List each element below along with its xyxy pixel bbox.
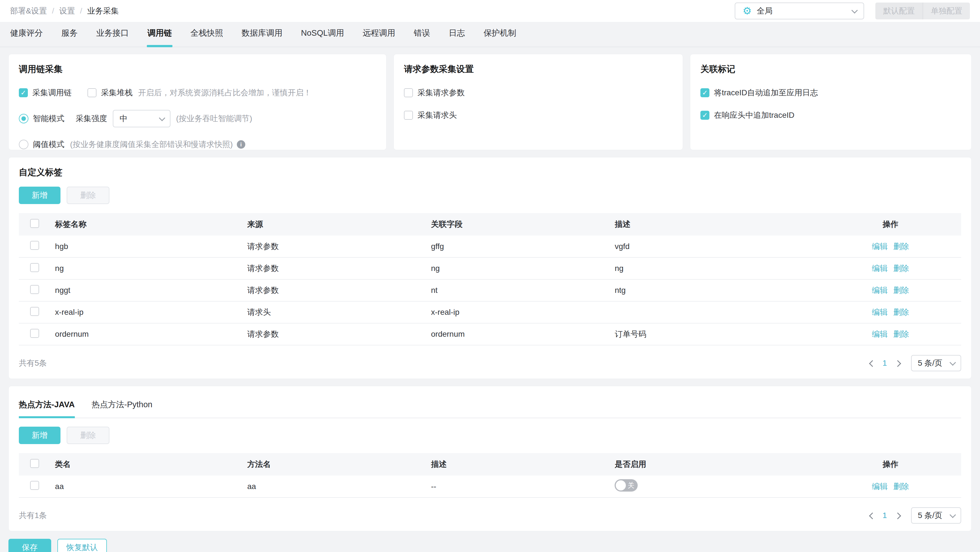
trace-in-header-label: 在响应头中追加traceID: [714, 110, 794, 121]
custom-tags-title: 自定义标签: [19, 167, 961, 178]
next-page-icon[interactable]: [895, 512, 901, 518]
tag-field-cell: ng: [429, 257, 612, 279]
strength-select[interactable]: 中: [113, 110, 170, 127]
collect-trace-label: 采集调用链: [32, 87, 72, 98]
edit-link[interactable]: 编辑: [872, 481, 888, 492]
row-checkbox[interactable]: [30, 307, 39, 316]
default-config-button[interactable]: 默认配置: [875, 3, 923, 19]
config-toggle-group: 默认配置 单独配置: [875, 3, 970, 19]
page-number[interactable]: 1: [882, 511, 887, 520]
collect-stack-hint: 开启后，对系统资源消耗占比会增加，谨慎开启！: [138, 87, 311, 98]
table-row[interactable]: aa aa -- 关 编辑 删除: [19, 476, 961, 498]
threshold-mode-hint: (按业务健康度阈值采集全部错误和慢请求快照): [70, 139, 233, 150]
tab-错误[interactable]: 错误: [414, 27, 430, 47]
smart-mode-radio[interactable]: [19, 114, 29, 124]
separate-config-button[interactable]: 单独配置: [923, 3, 970, 19]
collect-params-checkbox[interactable]: [404, 88, 413, 97]
tab-远程调用[interactable]: 远程调用: [363, 27, 395, 47]
delete-link[interactable]: 删除: [893, 285, 909, 296]
table-row[interactable]: hgb 请求参数 gffg vgfd 编辑 删除: [19, 236, 961, 257]
hot-methods-tab-热点方法-JAVA[interactable]: 热点方法-JAVA: [19, 395, 75, 418]
enable-toggle[interactable]: 关: [615, 479, 638, 492]
add-tag-button[interactable]: 新增: [19, 187, 60, 204]
smart-mode-row: 智能模式 采集强度 中 (按业务吞吐智能调节): [19, 110, 376, 127]
bottom-actions: 保存 恢复默认: [8, 538, 972, 552]
threshold-mode-radio[interactable]: [19, 140, 29, 149]
page-size-select[interactable]: 5 条/页: [911, 507, 961, 523]
tag-name-cell: ordernum: [53, 323, 245, 345]
hot-methods-table: 类名 方法名 描述 是否启用 操作 aa aa -- 关 编辑 删除: [19, 453, 961, 498]
table-row[interactable]: ordernum 请求参数 ordernum 订单号码 编辑 删除: [19, 323, 961, 345]
add-method-button[interactable]: 新增: [19, 427, 60, 444]
tag-name-cell: nggt: [53, 279, 245, 301]
tag-source-cell: 请求参数: [245, 236, 429, 257]
row-checkbox[interactable]: [30, 481, 39, 490]
edit-link[interactable]: 编辑: [872, 329, 888, 339]
table-header-row: 类名 方法名 描述 是否启用 操作: [19, 453, 961, 476]
scope-select[interactable]: ⚙ 全局: [735, 3, 864, 19]
delete-link[interactable]: 删除: [893, 241, 909, 252]
strength-select-value: 中: [119, 113, 127, 124]
chevron-down-icon: [851, 7, 858, 14]
row-checkbox[interactable]: [30, 329, 39, 338]
tag-desc-cell: ng: [612, 257, 820, 279]
delete-link[interactable]: 删除: [893, 307, 909, 317]
collect-trace-checkbox[interactable]: [19, 88, 28, 97]
table-header-row: 标签名称 来源 关联字段 描述 操作: [19, 213, 961, 236]
tag-source-cell: 请求参数: [245, 279, 429, 301]
hot-methods-tab-热点方法-Python[interactable]: 热点方法-Python: [92, 395, 153, 418]
tab-NoSQL调用[interactable]: NoSQL调用: [301, 27, 344, 47]
hot-methods-tab-bar: 热点方法-JAVA热点方法-Python: [19, 395, 961, 418]
tab-服务[interactable]: 服务: [61, 27, 78, 47]
table-row[interactable]: nggt 请求参数 nt ntg 编辑 删除: [19, 279, 961, 301]
tab-数据库调用[interactable]: 数据库调用: [242, 27, 282, 47]
breadcrumb-item[interactable]: 部署&设置: [10, 6, 47, 16]
page-size-select[interactable]: 5 条/页: [911, 355, 961, 371]
trace-to-log-checkbox[interactable]: [700, 88, 710, 97]
table-row[interactable]: ng 请求参数 ng ng 编辑 删除: [19, 257, 961, 279]
card-title: 请求参数采集设置: [404, 63, 673, 75]
delete-method-button[interactable]: 删除: [67, 427, 110, 444]
prev-page-icon[interactable]: [868, 512, 874, 518]
edit-link[interactable]: 编辑: [872, 263, 888, 274]
page-number[interactable]: 1: [882, 358, 887, 368]
restore-default-button[interactable]: 恢复默认: [57, 539, 107, 552]
delete-link[interactable]: 删除: [893, 263, 909, 274]
delete-link[interactable]: 删除: [893, 329, 909, 339]
collect-headers-checkbox[interactable]: [404, 111, 413, 120]
edit-link[interactable]: 编辑: [872, 241, 888, 252]
select-all-checkbox[interactable]: [30, 459, 39, 468]
tab-保护机制[interactable]: 保护机制: [484, 27, 516, 47]
tab-全栈快照[interactable]: 全栈快照: [191, 27, 223, 47]
hot-methods-card: 热点方法-JAVA热点方法-Python 新增 删除 类名 方法名 描述 是否启…: [8, 386, 972, 531]
tab-业务接口[interactable]: 业务接口: [96, 27, 129, 47]
tab-调用链[interactable]: 调用链: [147, 27, 172, 47]
custom-tags-footer: 共有5条 1 5 条/页: [19, 346, 961, 371]
edit-link[interactable]: 编辑: [872, 285, 888, 296]
table-row[interactable]: x-real-ip 请求头 x-real-ip 编辑 删除: [19, 301, 961, 323]
column-header: 描述: [429, 453, 612, 476]
tab-健康评分[interactable]: 健康评分: [10, 27, 43, 47]
column-header: 方法名: [245, 453, 429, 476]
delete-tag-button[interactable]: 删除: [67, 187, 110, 204]
tab-日志[interactable]: 日志: [449, 27, 465, 47]
prev-page-icon[interactable]: [868, 360, 874, 366]
tag-field-cell: ordernum: [429, 323, 612, 345]
next-page-icon[interactable]: [895, 360, 901, 366]
edit-link[interactable]: 编辑: [872, 307, 888, 317]
row-checkbox[interactable]: [30, 285, 39, 294]
info-icon[interactable]: i: [237, 140, 245, 149]
select-all-checkbox[interactable]: [30, 219, 39, 228]
save-button[interactable]: 保存: [8, 539, 51, 552]
tag-desc-cell: ntg: [612, 279, 820, 301]
row-checkbox[interactable]: [30, 241, 39, 250]
delete-link[interactable]: 删除: [893, 481, 909, 492]
custom-tags-table: 标签名称 来源 关联字段 描述 操作 hgb 请求参数 gffg vgfd 编辑…: [19, 213, 961, 346]
gear-icon: ⚙: [743, 6, 752, 16]
method-name-cell: aa: [245, 476, 429, 498]
hot-methods-footer: 共有1条 1 5 条/页: [19, 498, 961, 523]
collect-stack-checkbox[interactable]: [88, 88, 97, 97]
row-checkbox[interactable]: [30, 263, 39, 272]
trace-in-header-checkbox[interactable]: [700, 111, 710, 120]
breadcrumb-item[interactable]: 设置: [59, 6, 75, 16]
